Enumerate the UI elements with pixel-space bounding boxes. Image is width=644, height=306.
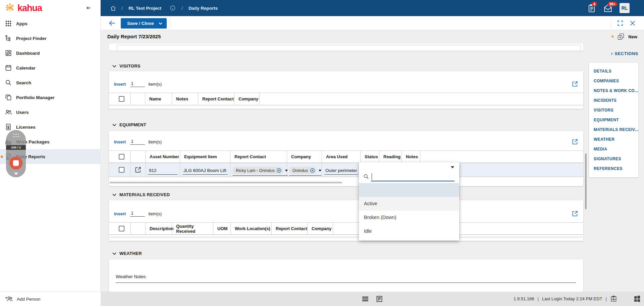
weather-notes-input[interactable]	[116, 273, 576, 283]
list-view-icon[interactable]	[362, 296, 369, 302]
sections-link-equipment[interactable]: EQUIPMENT	[589, 115, 638, 125]
sections-link-references[interactable]: REFERENCES	[589, 164, 638, 174]
open-in-new-window-icon[interactable]	[572, 139, 578, 145]
kahua-wordmark[interactable]: kahua	[17, 3, 42, 13]
horizontal-scrollbar-track[interactable]	[110, 104, 583, 106]
user-avatar[interactable]: RL	[620, 3, 630, 13]
section-header-materials-received[interactable]: MATERIALS RECEIVED	[112, 192, 170, 197]
select-all-checkbox[interactable]	[119, 154, 124, 160]
detail-view-icon[interactable]	[376, 296, 383, 302]
fullscreen-icon[interactable]	[617, 20, 623, 26]
select-all-checkbox[interactable]	[119, 226, 124, 231]
sections-link-visitors[interactable]: VISITORS	[589, 105, 638, 115]
status-option-blank[interactable]	[359, 183, 459, 197]
page-title: Daily Report 7/23/2025	[107, 30, 161, 43]
activity-clipboard-icon[interactable]	[610, 295, 617, 302]
messages-button[interactable]: 99+	[603, 4, 612, 13]
copies-count: 1	[618, 35, 622, 40]
windows-logo-icon[interactable]	[634, 296, 640, 302]
status-option[interactable]: Idle	[359, 224, 459, 238]
status-search-input[interactable]	[371, 171, 454, 181]
sidebar-item-portfolio-manager[interactable]: Portfolio Manager	[0, 90, 100, 105]
company-picker[interactable]: Onindus	[289, 167, 321, 176]
insert-link[interactable]: Insert	[114, 211, 126, 216]
insert-count-input[interactable]	[130, 211, 145, 217]
items-label: item(s)	[148, 211, 162, 216]
section-collapse-chevron-icon[interactable]	[112, 252, 116, 255]
section-collapse-chevron-icon[interactable]	[112, 65, 116, 68]
sidebar-item-users[interactable]: Users	[0, 105, 100, 120]
close-icon[interactable]	[630, 20, 636, 26]
asset-number-input[interactable]	[148, 168, 177, 175]
open-in-new-window-icon[interactable]	[572, 81, 578, 87]
breadcrumb-project[interactable]: RL Test Project	[128, 6, 161, 11]
company-chip[interactable]: Onindus	[289, 167, 317, 174]
status-option[interactable]: Active	[359, 197, 459, 211]
contact-picker[interactable]: Ricky Lam - Onindus	[232, 167, 288, 176]
sections-link-details[interactable]: DETAILS	[589, 67, 638, 76]
sidebar-item-label: Users	[16, 110, 29, 115]
vertical-scrollbar-thumb[interactable]	[585, 154, 587, 209]
back-arrow-button[interactable]	[108, 19, 116, 27]
breadcrumb-app[interactable]: Daily Reports	[189, 6, 218, 11]
section-header-visitors[interactable]: VISITORS	[112, 63, 141, 69]
area-used-input[interactable]	[324, 168, 358, 175]
insert-count-input[interactable]	[130, 139, 145, 145]
sections-link-incidents[interactable]: INCIDENTS	[589, 96, 638, 105]
insert-count-input[interactable]	[130, 81, 145, 87]
status-badge: New	[628, 34, 637, 39]
search-icon	[5, 79, 12, 86]
chevron-down-icon[interactable]	[159, 22, 162, 25]
sidebar-item-label: Dashboard	[16, 51, 40, 56]
horizontal-scrollbar-thumb[interactable]	[110, 182, 342, 183]
row-actions-header	[131, 223, 146, 234]
section-collapse-chevron-icon[interactable]	[112, 124, 116, 126]
sections-link-signatures[interactable]: SIGNATURES	[589, 154, 638, 164]
sections-link-media[interactable]: MEDIA	[589, 144, 638, 154]
insert-link[interactable]: Insert	[114, 139, 126, 144]
sections-link-companies[interactable]: COMPANIES	[589, 76, 638, 86]
info-icon[interactable]	[170, 5, 176, 11]
row-actions-header	[130, 151, 146, 163]
horizontal-scrollbar-track[interactable]	[110, 236, 583, 238]
sidebar-item-apps[interactable]: Apps	[0, 16, 100, 31]
company-chip-label: Onindus	[292, 168, 308, 173]
equipment-item-input[interactable]	[182, 168, 228, 175]
unsaved-marker: *	[611, 34, 614, 41]
sidebar-item-calendar[interactable]: Calendar	[0, 60, 100, 75]
sections-link-notes-work[interactable]: NOTES & WORK CO...	[589, 86, 638, 96]
insert-link[interactable]: Insert	[114, 82, 126, 87]
sections-panel-toggle[interactable]: › SECTIONS	[611, 51, 638, 56]
sidebar-item-search[interactable]: Search	[0, 75, 100, 90]
open-in-new-window-icon[interactable]	[572, 211, 578, 217]
stop-square-icon	[13, 160, 19, 166]
collapse-sidebar-icon[interactable]: ⇤	[87, 4, 91, 11]
home-icon[interactable]	[110, 5, 116, 11]
equipment-item-cell	[180, 163, 230, 177]
remove-chip-icon[interactable]	[310, 168, 315, 173]
sidebar-item-dashboard[interactable]: Dashboard	[0, 46, 100, 60]
add-person-button[interactable]: Add Person	[17, 297, 41, 302]
sections-link-materials[interactable]: MATERIALS RECEIV...	[589, 125, 638, 135]
status-option[interactable]: Broken (Down)	[359, 211, 459, 224]
sections-link-weather[interactable]: WEATHER	[589, 135, 638, 144]
tasks-button[interactable]: 4	[587, 4, 596, 13]
status-dropdown-caret-icon[interactable]	[451, 166, 454, 168]
save-close-label: Save / Close	[127, 21, 154, 26]
select-all-checkbox[interactable]	[119, 96, 124, 102]
sidebar-item-project-finder[interactable]: Project Finder	[0, 31, 100, 46]
remove-chip-icon[interactable]	[276, 168, 281, 173]
previous-table-edge	[117, 45, 581, 51]
contact-chip[interactable]: Ricky Lam - Onindus	[232, 167, 283, 174]
row-checkbox[interactable]	[119, 167, 124, 173]
chevron-down-icon[interactable]	[319, 170, 321, 172]
chevron-down-icon[interactable]	[14, 173, 18, 175]
open-record-icon[interactable]	[135, 167, 141, 173]
section-collapse-chevron-icon[interactable]	[112, 193, 116, 196]
visitors-card: Insert item(s) Name Notes Report Contact…	[109, 71, 583, 109]
section-header-equipment[interactable]: EQUIPMENT	[112, 122, 146, 127]
stop-recording-button[interactable]	[9, 157, 22, 170]
section-header-weather[interactable]: WEATHER	[112, 251, 142, 256]
save-close-button[interactable]: Save / Close	[121, 18, 167, 29]
drag-handle-dots-icon[interactable]	[12, 133, 19, 137]
